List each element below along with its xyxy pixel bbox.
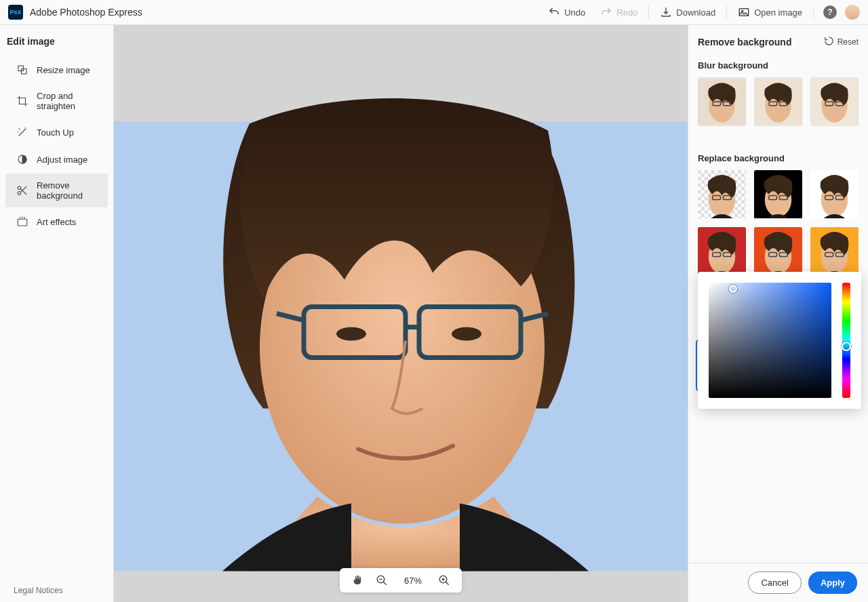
zoom-in-button[interactable]: [437, 574, 451, 587]
redo-label: Redo: [616, 7, 637, 18]
pan-tool-button[interactable]: [351, 574, 364, 587]
sidebar-label: Crop and straighten: [37, 91, 97, 111]
download-icon: [660, 6, 672, 18]
replace-bg-thumb-3[interactable]: [698, 227, 746, 276]
app-header: PsX Adobe Photoshop Express Undo Redo Do…: [0, 0, 868, 25]
hue-slider[interactable]: [842, 283, 850, 398]
svg-point-13: [336, 327, 366, 341]
replace-bg-thumb-1[interactable]: [754, 170, 802, 219]
blur-thumb-1[interactable]: [698, 77, 746, 126]
undo-icon: [548, 6, 560, 18]
user-avatar[interactable]: [845, 5, 860, 20]
undo-button[interactable]: Undo: [541, 2, 592, 22]
zoom-toolbar: 67%: [340, 568, 462, 593]
panel-title: Remove background: [698, 37, 791, 47]
replace-bg-thumb-4[interactable]: [754, 227, 802, 276]
right-panel: Remove background Reset Blur background …: [688, 25, 868, 602]
zoom-value: 67%: [399, 576, 427, 586]
sidebar-item-resize[interactable]: Resize image: [5, 57, 108, 83]
right-panel-content: Remove background Reset Blur background …: [688, 25, 868, 563]
replace-bg-thumb-2[interactable]: [810, 170, 859, 219]
adjust-icon: [16, 153, 28, 165]
wand-icon: [16, 126, 28, 138]
scissors-icon: [16, 184, 28, 197]
svg-point-14: [452, 327, 481, 341]
canvas-image[interactable]: [114, 25, 688, 602]
svg-rect-3: [22, 69, 27, 75]
sidebar-item-adjust[interactable]: Adjust image: [5, 146, 108, 172]
blur-thumb-3[interactable]: [810, 77, 859, 126]
reset-button[interactable]: Reset: [824, 36, 859, 48]
replace-section-label: Replace background: [698, 153, 859, 163]
download-label: Download: [676, 7, 715, 18]
color-picker: [698, 272, 861, 409]
sidebar-item-crop[interactable]: Crop and straighten: [5, 84, 108, 118]
blur-thumb-2[interactable]: [754, 77, 802, 126]
left-sidebar: Edit image Resize image Crop and straigh…: [0, 25, 114, 602]
download-button[interactable]: Download: [653, 2, 722, 22]
redo-icon: [600, 6, 612, 18]
redo-button[interactable]: Redo: [593, 2, 644, 22]
image-icon: [738, 6, 750, 18]
reset-label: Reset: [837, 37, 859, 47]
cancel-button[interactable]: Cancel: [748, 571, 801, 594]
resize-icon: [16, 64, 28, 76]
open-image-button[interactable]: Open image: [731, 2, 809, 22]
panel-header: Remove background Reset: [698, 36, 859, 48]
sidebar-label: Art effects: [37, 217, 76, 227]
undo-label: Undo: [564, 7, 585, 18]
header-left: PsX Adobe Photoshop Express: [8, 5, 142, 20]
header-divider-2: [726, 5, 727, 19]
svg-rect-2: [18, 66, 24, 71]
help-button[interactable]: ?: [823, 5, 837, 19]
app-title: Adobe Photoshop Express: [30, 7, 142, 18]
sidebar-item-art-effects[interactable]: Art effects: [5, 209, 108, 235]
apply-button[interactable]: Apply: [808, 571, 857, 594]
header-divider-3: [813, 5, 814, 19]
blur-thumbnails: [698, 77, 859, 126]
blur-section-label: Blur background: [698, 60, 859, 71]
open-image-label: Open image: [754, 7, 802, 18]
header-divider: [648, 5, 649, 19]
reset-icon: [824, 36, 834, 48]
header-right: Undo Redo Download Open image ?: [541, 2, 860, 22]
replace-bg-thumb-0[interactable]: [698, 170, 746, 219]
main-area: Edit image Resize image Crop and straigh…: [0, 25, 868, 602]
sidebar-label: Adjust image: [37, 155, 87, 165]
crop-icon: [16, 95, 28, 107]
zoom-out-button[interactable]: [375, 574, 389, 587]
sidebar-item-touchup[interactable]: Touch Up: [5, 119, 108, 145]
svg-rect-7: [18, 219, 27, 226]
replace-bg-thumb-5[interactable]: [810, 227, 859, 276]
saturation-value-field[interactable]: [709, 283, 831, 398]
sidebar-title: Edit image: [0, 25, 113, 56]
sidebar-label: Touch Up: [37, 127, 74, 138]
panel-footer: Cancel Apply: [688, 563, 868, 602]
replace-grid: [698, 170, 859, 390]
app-logo-text: PsX: [9, 9, 21, 16]
sv-cursor[interactable]: [729, 285, 737, 293]
art-effects-icon: [16, 216, 28, 228]
sidebar-label: Resize image: [37, 65, 90, 75]
hue-cursor[interactable]: [842, 342, 851, 351]
canvas-area: 67%: [114, 25, 688, 602]
sidebar-item-remove-bg[interactable]: Remove background: [5, 174, 108, 207]
sidebar-label: Remove background: [37, 180, 97, 201]
legal-notices-link[interactable]: Legal Notices: [0, 579, 113, 602]
app-logo: PsX: [8, 5, 23, 20]
